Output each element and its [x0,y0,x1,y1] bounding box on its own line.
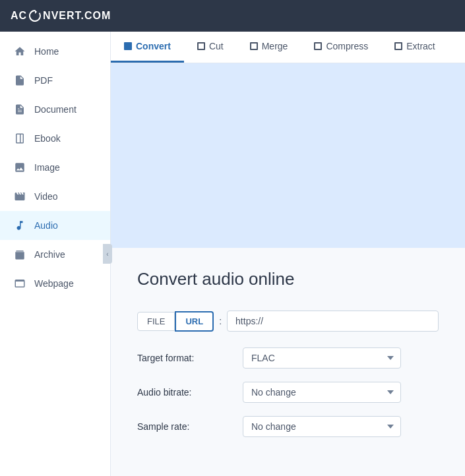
tab-convert[interactable]: Convert [111,32,184,63]
audio-bitrate-select[interactable]: No change32k64k128k192k256k320k [243,382,401,403]
convert-tab-label: Convert [136,41,171,51]
audio-bitrate-row: Audio bitrate: No change32k64k128k192k25… [137,382,439,403]
tab-cut[interactable]: Cut [184,32,237,63]
sidebar-item-label-image: Image [34,162,60,173]
sidebar-item-pdf[interactable]: PDF [0,66,110,95]
extract-tab-icon [394,42,402,50]
sidebar-item-label-video: Video [34,191,58,202]
site-logo: AC NVERT.COM [11,10,111,22]
audio-icon [13,219,26,232]
merge-tab-label: Merge [262,41,288,51]
main-content: Convert Cut Merge Compress Extract Conve… [111,32,465,476]
page-title: Convert audio online [137,269,439,289]
tab-compress[interactable]: Compress [301,32,381,63]
home-icon [13,45,26,58]
audio-bitrate-label: Audio bitrate: [137,387,243,398]
sample-rate-row: Sample rate: No change8000 Hz11025 Hz220… [137,416,439,437]
sidebar: Home PDF Document Ebook Image Video Audi… [0,32,111,476]
colon-separator: : [219,316,222,326]
ebook-icon [13,132,26,145]
sidebar-item-label-audio: Audio [34,220,58,231]
target-format-select[interactable]: FLACMP3WAVAACOGGM4AWMA [243,347,401,369]
sidebar-item-image[interactable]: Image [0,153,110,182]
url-input[interactable] [227,311,439,332]
compress-tab-label: Compress [326,41,368,51]
archive-icon [13,248,26,261]
merge-tab-icon [250,42,258,50]
sidebar-item-home[interactable]: Home [0,37,110,66]
sidebar-item-video[interactable]: Video [0,182,110,211]
header: AC NVERT.COM [0,0,465,32]
image-icon [13,161,26,174]
target-format-row: Target format: FLACMP3WAVAACOGGM4AWMA [137,347,439,369]
sidebar-item-label-home: Home [34,46,59,57]
file-url-row: FILE URL : [137,311,439,332]
convert-icon [29,10,41,22]
sidebar-item-label-document: Document [34,104,77,115]
target-format-label: Target format: [137,353,243,363]
tabs-bar: Convert Cut Merge Compress Extract [111,32,465,63]
sidebar-item-label-webpage: Webpage [34,278,74,289]
sample-rate-label: Sample rate: [137,421,243,432]
sidebar-item-label-archive: Archive [34,249,65,260]
video-icon [13,190,26,203]
sidebar-item-document[interactable]: Document [0,95,110,124]
webpage-icon [13,277,26,290]
document-icon [13,103,26,116]
cut-tab-icon [197,42,205,50]
convert-tab-icon [124,42,132,50]
logo-text-rest: NVERT.COM [43,10,111,22]
sample-rate-select[interactable]: No change8000 Hz11025 Hz22050 Hz44100 Hz… [243,416,401,437]
sidebar-item-webpage[interactable]: Webpage [0,269,110,298]
sidebar-collapse-button[interactable]: ‹ [103,244,112,264]
logo-text-ac: AC [11,10,27,22]
layout: Home PDF Document Ebook Image Video Audi… [0,32,465,476]
sidebar-item-audio[interactable]: Audio [0,211,110,240]
pdf-icon [13,74,26,87]
url-button[interactable]: URL [175,311,214,332]
sidebar-item-label-ebook: Ebook [34,133,61,144]
ad-area [111,63,465,248]
extract-tab-label: Extract [406,41,435,51]
tab-extract[interactable]: Extract [381,32,449,63]
sidebar-item-archive[interactable]: Archive [0,240,110,269]
tab-merge[interactable]: Merge [237,32,301,63]
cut-tab-label: Cut [209,41,224,51]
content-area: Convert audio online FILE URL : Target f… [111,248,465,471]
sidebar-item-ebook[interactable]: Ebook [0,124,110,153]
sidebar-item-label-pdf: PDF [34,75,53,86]
file-button[interactable]: FILE [137,312,175,331]
compress-tab-icon [314,42,322,50]
